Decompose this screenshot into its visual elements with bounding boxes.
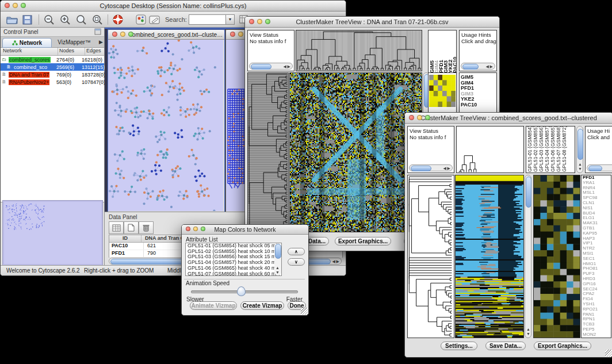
close-button[interactable] bbox=[249, 19, 254, 24]
treeview2-zoom-heatmap[interactable] bbox=[533, 175, 580, 338]
status-message: Welcome to Cytoscape 2.6.2 bbox=[6, 267, 80, 274]
zoom-out-icon[interactable] bbox=[42, 13, 56, 26]
treeview2-global-heatmap[interactable] bbox=[455, 175, 524, 338]
tab-vizmapper[interactable]: VizMapper™ bbox=[52, 38, 96, 47]
zoom-selected-icon[interactable] bbox=[90, 13, 104, 26]
network-nodes: 769(0) bbox=[56, 72, 71, 78]
gene-label[interactable]: PAC10 bbox=[460, 102, 496, 108]
usage-hints-hscrollbar[interactable]: ◀▶ bbox=[461, 63, 495, 70]
desktop: Cytoscape Desktop (Session Name: collins… bbox=[0, 0, 612, 364]
dialog-titlebar[interactable]: Map Colors to Network bbox=[182, 225, 308, 235]
zoom-in-icon[interactable] bbox=[58, 13, 72, 26]
attribute-table-icon[interactable] bbox=[109, 221, 124, 234]
close-button[interactable] bbox=[409, 115, 414, 120]
network-canvas[interactable] bbox=[108, 40, 223, 211]
col-header-nodes[interactable]: Nodes bbox=[58, 48, 85, 55]
delete-attribute-trash-icon[interactable] bbox=[139, 221, 154, 234]
usage-hints-hscrollbar[interactable] bbox=[587, 164, 612, 171]
document-icon: 🗎 bbox=[2, 72, 9, 77]
export-graphics-button[interactable]: Export Graphics... bbox=[335, 237, 391, 246]
network-edges: 13112(15) bbox=[82, 64, 105, 70]
treeview1-titlebar[interactable]: ClusterMaker TreeView : DNA and Tran 07-… bbox=[245, 17, 499, 28]
search-input[interactable] bbox=[189, 14, 228, 25]
array-label: GPL51-03 (GSM856) bbox=[538, 127, 544, 172]
resize-grip[interactable] bbox=[301, 308, 308, 315]
close-button[interactable] bbox=[5, 3, 10, 8]
close-button[interactable] bbox=[230, 32, 235, 37]
network-name: combined_scores bbox=[9, 57, 51, 63]
create-vizmap-button[interactable]: Create Vizmap bbox=[240, 301, 284, 310]
table-header-id[interactable]: ID bbox=[109, 235, 141, 242]
minimize-button[interactable] bbox=[257, 19, 262, 24]
cytoscape-titlebar[interactable]: Cytoscape Desktop (Session Name: collins… bbox=[1, 1, 346, 12]
treeview2-labels-vscrollbar[interactable]: ▲▼ bbox=[576, 126, 583, 173]
map-colors-dialog: Map Colors to Network Attribute List GPL… bbox=[181, 224, 309, 316]
settings-button[interactable]: Settings... bbox=[441, 342, 477, 350]
zoom-fit-icon[interactable] bbox=[74, 13, 88, 26]
treeview1-column-dendrogram[interactable] bbox=[296, 30, 422, 71]
close-button[interactable] bbox=[112, 32, 117, 37]
move-up-button[interactable]: ∧ bbox=[288, 248, 305, 255]
animation-speed-label: Animation Speed bbox=[186, 280, 230, 286]
export-graphics-button[interactable]: Export Graphics... bbox=[534, 342, 591, 350]
attribute-item[interactable]: GPL51-07 (GSM868) heat shock 60 min bbox=[186, 271, 281, 276]
treeview1-row-dendrogram[interactable] bbox=[247, 72, 289, 232]
zoom-button[interactable] bbox=[21, 3, 26, 8]
birds-eye-view[interactable] bbox=[2, 200, 103, 266]
array-label: GPL51-04 (GSM857) bbox=[544, 127, 550, 172]
zoom-button[interactable] bbox=[128, 32, 133, 37]
attribute-list-vscrollbar[interactable]: ▲▼ bbox=[274, 243, 281, 275]
view-status-hscrollbar[interactable]: ◀▶ bbox=[249, 63, 293, 70]
animation-speed-slider-thumb[interactable] bbox=[237, 286, 246, 296]
animate-vizmap-button[interactable]: Animate Vizmap bbox=[190, 301, 237, 310]
annotation-icon[interactable] bbox=[148, 13, 162, 26]
tab-overflow-icon[interactable]: ▶ bbox=[99, 39, 103, 45]
view-status-text: No status info f bbox=[250, 38, 286, 44]
treeview1-global-heatmap[interactable] bbox=[289, 72, 422, 232]
network-list-row[interactable]: 🗀combined_scores2764(0)16218(0) bbox=[1, 56, 104, 63]
zoom-button[interactable] bbox=[265, 19, 270, 24]
tab-network[interactable]: Network bbox=[2, 38, 52, 48]
treeview2-vscrollbar[interactable]: ▲▼ bbox=[525, 175, 531, 338]
treeview2-titlebar[interactable]: ClusterMaker TreeView : combined_scores_… bbox=[405, 113, 612, 124]
treeview2-column-dendrogram[interactable] bbox=[456, 126, 524, 173]
col-header-network[interactable]: Network bbox=[1, 48, 58, 55]
move-down-button[interactable]: ∨ bbox=[288, 258, 305, 266]
gene-label[interactable]: MON2 bbox=[582, 332, 611, 338]
row-id: PAC10 bbox=[109, 243, 144, 250]
view-status-hscrollbar[interactable]: ◀▶ bbox=[409, 164, 453, 171]
attribute-list-label: Attribute List bbox=[186, 236, 218, 243]
new-attribute-icon[interactable] bbox=[124, 221, 139, 234]
network-list-row[interactable]: 🗎combined_sco2569(6)13112(15) bbox=[1, 63, 104, 71]
open-session-icon[interactable] bbox=[5, 13, 19, 26]
vizmapper-icon[interactable] bbox=[134, 13, 148, 26]
minimize-button[interactable] bbox=[13, 3, 18, 8]
close-button[interactable] bbox=[186, 227, 190, 231]
minimize-button[interactable] bbox=[238, 32, 243, 37]
dialog-title: Map Colors to Network bbox=[215, 226, 276, 233]
col-header-edges[interactable]: Edges bbox=[85, 48, 104, 55]
network-list-row[interactable]: 🗎RNAPuberNov2+563(0)107847(0) bbox=[1, 78, 104, 86]
save-data-button[interactable]: Save Data... bbox=[485, 342, 526, 350]
array-label: GPL51-02 (GSM855) bbox=[533, 127, 538, 172]
minimize-button[interactable] bbox=[120, 32, 125, 37]
network-list-row[interactable]: 🗎DNA and Tran 07769(0)183728(0) bbox=[1, 71, 104, 78]
network-window-1-titlebar[interactable]: combined_scores_good.txt--cluste… bbox=[108, 30, 224, 40]
network-nodes: 563(0) bbox=[56, 79, 71, 85]
window-controls bbox=[5, 3, 26, 8]
minimize-button[interactable] bbox=[417, 115, 422, 120]
zoom-button[interactable] bbox=[201, 227, 205, 231]
array-label: GPL51-01 (GSM854) bbox=[527, 127, 533, 172]
help-lifesaver-icon[interactable] bbox=[111, 13, 125, 26]
minimize-button[interactable] bbox=[193, 227, 198, 231]
save-session-icon[interactable] bbox=[20, 13, 34, 26]
search-dropdown-button[interactable]: ▼ bbox=[225, 14, 235, 25]
view-status-text: No status info f bbox=[410, 134, 446, 140]
resize-grip[interactable] bbox=[605, 350, 612, 357]
treeview2-usage-hints: Usage Hi Click and bbox=[585, 126, 612, 173]
window-title: Cytoscape Desktop (Session Name: collins… bbox=[100, 2, 247, 9]
float-panel-icon[interactable] bbox=[94, 28, 101, 35]
treeview2-row-dendrogram[interactable] bbox=[407, 175, 454, 338]
zoom-button[interactable] bbox=[425, 115, 430, 120]
treeview1-zoom-heatmap[interactable] bbox=[429, 75, 456, 107]
